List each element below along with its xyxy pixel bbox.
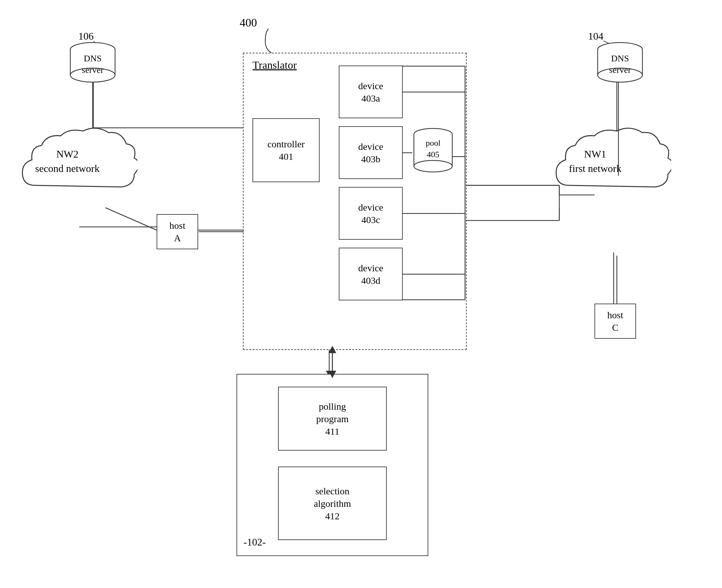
pool-label: pool405 [411,138,455,161]
nw1-cloud: NW1first network [550,122,671,228]
ref-106-label: 106 [78,30,94,42]
svg-point-39 [414,161,452,172]
pool-405: pool405 [411,128,455,182]
dns-server-right: DNSserver [595,42,646,83]
device-403a-box: device403a [339,65,403,118]
selection-algorithm-box: selectionalgorithm412 [278,466,387,540]
host-a-box: hostA [157,214,198,249]
ref-400-label: 400 [240,16,257,29]
device-403d-box: device403d [339,248,403,300]
device-403b-box: device403b [339,126,403,179]
device-403c-box: device403c [339,187,403,240]
nw1-label: NW1first network [569,147,621,176]
dns-right-label: DNSserver [595,53,646,76]
ref-104-label: 104 [588,30,603,42]
nw2-cloud: NW2second network [16,122,138,228]
ref-102-label: -102- [244,536,266,549]
diagram: 400 106 104 DNSserver DNSserver [0,0,722,588]
translator-label: Translator [252,59,297,71]
dns-server-left: DNSserver [67,42,118,83]
polling-program-box: pollingprogram411 [278,387,387,450]
dns-left-label: DNSserver [67,53,118,76]
host-c-box: hostC [595,303,636,339]
nw2-label: NW2second network [35,147,100,176]
controller-box: controller401 [252,118,319,182]
